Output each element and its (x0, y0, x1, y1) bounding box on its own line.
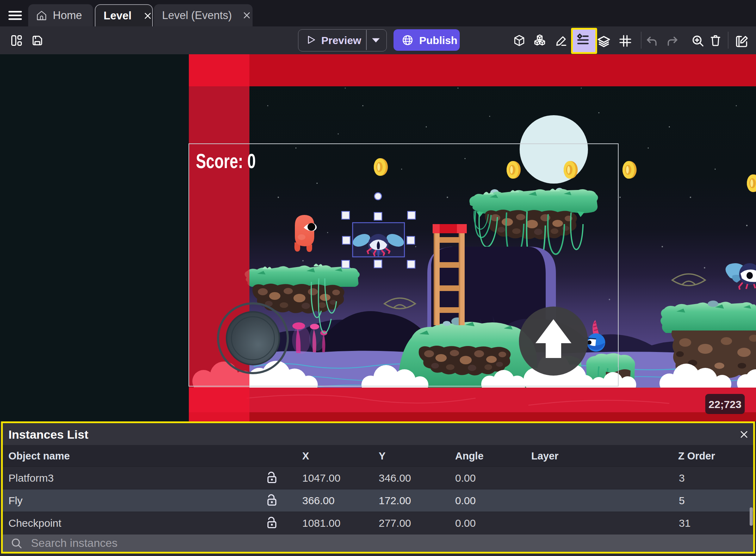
svg-text:22;723: 22;723 (708, 399, 741, 410)
svg-text:Score: 0: Score: 0 (196, 149, 256, 172)
